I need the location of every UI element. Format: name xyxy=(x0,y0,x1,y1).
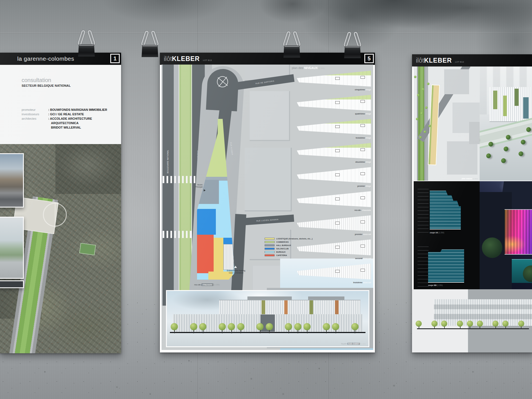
clip-body xyxy=(142,45,158,57)
legend-chip xyxy=(265,251,275,253)
floor-plan-premier xyxy=(297,167,371,185)
facade-caption: façade SUD-OUEST (1:250) xyxy=(341,343,366,345)
legend-chip xyxy=(265,248,275,250)
section-caption: coupe AA (1:250) xyxy=(430,232,444,234)
night-render xyxy=(480,181,532,289)
photo-of-poster-wall: la garenne-colombes 1 consultation SECTE… xyxy=(0,0,532,399)
binder-clip xyxy=(343,32,362,58)
floor-plan-rdc xyxy=(297,191,371,209)
elevation-panel: façade SUD-OUEST (1:250) xyxy=(166,290,369,347)
photo-thumbnail-street xyxy=(0,153,24,208)
median-walk xyxy=(174,65,179,306)
floor-label: premierétage xyxy=(328,185,371,187)
zone-salon-club xyxy=(197,209,216,235)
elevation-tree-row xyxy=(169,316,366,333)
credit-continuation: BRIDOT WILLERVAL xyxy=(22,125,107,130)
legend-row: COMMERCES xyxy=(265,240,313,244)
legend-chip xyxy=(265,241,275,243)
clip-arm xyxy=(343,31,352,47)
green-facade-panel xyxy=(493,91,497,109)
legend-chip xyxy=(265,238,275,240)
clip-body xyxy=(283,45,300,58)
compass-icon xyxy=(217,76,228,87)
green-facade-panel xyxy=(503,96,507,116)
sector-label: SECTEUR BELGIQUE NATIONAL xyxy=(22,84,71,87)
floor-label: rez-de-chaussée xyxy=(328,209,371,211)
floor-label: cinquièmeétage xyxy=(328,88,371,91)
credit-row: investisseurs : GCI / GE REAL ESTATE xyxy=(22,112,107,116)
elevation-ground-line xyxy=(417,328,529,329)
city-block xyxy=(245,148,292,211)
section-annotations xyxy=(418,189,429,233)
right-elevation-panel xyxy=(412,289,532,352)
city-block xyxy=(469,122,480,144)
daytime-render xyxy=(480,66,532,181)
brand-logo: ilôtKLEBER . LOT B13 xyxy=(160,55,212,63)
legend-row: LOGISTIQUE (livraisons, déchets, etc...) xyxy=(265,237,313,240)
zone-cafeteria xyxy=(197,235,214,273)
sections-panel: coupe AA (1:250) coupe BB (1:250) xyxy=(414,181,480,289)
elevation-tree-row xyxy=(415,308,531,328)
facade-tint xyxy=(262,300,265,314)
consultation-label: consultation xyxy=(22,77,51,83)
facade-tint xyxy=(335,300,339,314)
plan-masse-caption: plan masse (1:500) xyxy=(462,178,478,180)
ground-floor-caption: rez-de-chaussée (1:250) xyxy=(194,283,220,286)
tree-silhouette xyxy=(482,237,502,258)
binder-clip xyxy=(140,30,160,57)
binder-clip xyxy=(77,30,96,57)
color-legend: LOGISTIQUE (livraisons, déchets, etc...)… xyxy=(265,237,313,257)
legend-chip xyxy=(265,254,275,256)
zone-logistique xyxy=(214,238,223,273)
wall-holes xyxy=(0,0,1,1)
clip-arm xyxy=(293,31,301,47)
facade-tint xyxy=(284,300,288,314)
floor-label: secondsous-sol xyxy=(328,257,371,260)
credits-block: promoteur : BOUWFONDS MARIGNAN IMMOBILIE… xyxy=(22,108,107,130)
photo-thumbnail-render xyxy=(0,217,24,279)
credit-row: promoteur : BOUWFONDS MARIGNAN IMMOBILIE… xyxy=(22,108,107,112)
floor-plan-quatrieme xyxy=(297,95,371,112)
section-drawing-aa xyxy=(430,191,461,229)
middle-poster-number-badge: 5 xyxy=(364,54,374,63)
left-poster-number-badge: 1 xyxy=(110,54,120,63)
street-label-boulevard: BOULEVARD NATIONAL xyxy=(167,145,170,178)
floor-label: deuxièmeétage xyxy=(328,161,371,163)
clip-arm xyxy=(353,31,362,47)
middle-poster-body: BOULEVARD NATIONAL BOULEVARD NATIONAL RU… xyxy=(162,65,373,350)
elevation-sky: façade SUD-OUEST (1:250) xyxy=(167,291,369,346)
plan-trees xyxy=(414,66,430,181)
poster-ilot-kleber-renders: ilôtKLEBER . LOT B13 plan masse (1:500) xyxy=(412,54,532,352)
glowing-facade xyxy=(505,209,532,255)
city-block xyxy=(250,91,290,141)
roof-element xyxy=(247,296,292,300)
section-annotations xyxy=(418,247,429,288)
clip-arm xyxy=(283,31,291,47)
clip-arm xyxy=(87,30,96,46)
road-boulevard-west xyxy=(163,65,174,306)
clip-body xyxy=(344,46,361,58)
city-block xyxy=(444,69,469,94)
plan-masse-panel: plan masse (1:500) xyxy=(414,66,480,181)
city-block xyxy=(447,141,477,175)
legend-chip xyxy=(265,244,275,246)
glass-facade-panel xyxy=(523,97,529,119)
floor-plan-ss1 xyxy=(297,215,371,233)
render-trees xyxy=(480,119,532,181)
legend-row: SALON/CLUB xyxy=(265,247,313,250)
right-poster-header-bar: ilôtKLEBER . LOT B13 xyxy=(412,54,532,66)
aerial-dark-block xyxy=(55,144,121,194)
left-poster-header-bar: la garenne-colombes 1 xyxy=(0,53,121,65)
section-caption: coupe BB (1:250) xyxy=(428,284,443,286)
roof-element xyxy=(308,296,344,300)
facade-tint xyxy=(310,300,313,314)
arrow-up-icon xyxy=(234,266,237,268)
parking-entry-label: Entrée/Sortie Parking Cour de livraison xyxy=(220,270,252,274)
plan-des-niveaux-title: plan des NIVEAUX (1:500) xyxy=(292,66,325,70)
clip-body xyxy=(78,44,95,57)
clip-arm xyxy=(77,30,86,46)
clip-arm xyxy=(141,30,149,46)
brand-logo: ilôtKLEBER . LOT B13 xyxy=(412,57,464,64)
floor-label: quatrièmeétage xyxy=(328,112,371,115)
aerial-sports-field xyxy=(79,243,96,255)
